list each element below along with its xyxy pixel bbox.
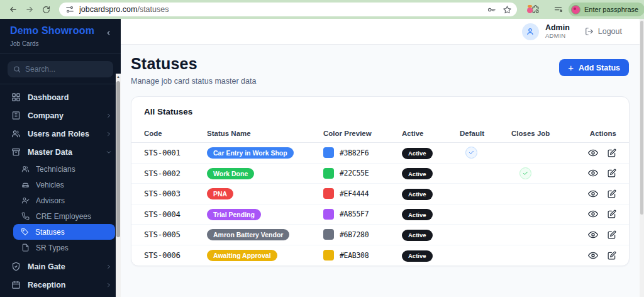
active-badge: Active	[402, 250, 433, 262]
active-badge: Active	[402, 189, 433, 200]
top-header: Admin ADMIN Logout	[121, 19, 640, 45]
column-header-code: Code	[144, 130, 207, 137]
sidebar-item-technicians[interactable]: Technicians	[0, 161, 121, 177]
main-content: Statuses Manage job card status master d…	[121, 45, 640, 297]
sidebar-item-cre-employees[interactable]: CRE Employees	[0, 208, 121, 224]
chevron-right-icon	[106, 264, 112, 270]
search-input[interactable]	[25, 65, 108, 74]
users-icon	[11, 129, 21, 138]
sidebar-item-operations-shop-floor[interactable]: Operations / Shop Floor	[0, 294, 121, 297]
sidebar-item-vehicles[interactable]: Vehicles	[0, 177, 121, 193]
page-title: Statuses	[131, 55, 630, 73]
status-code: STS-0005	[144, 230, 207, 239]
table-row: STS-0002 Work Done #22C55E Active	[131, 164, 629, 184]
active-badge: Active	[402, 148, 433, 159]
nav-label: Main Gate	[28, 262, 106, 271]
sidebar-search[interactable]	[8, 61, 113, 77]
edit-icon	[608, 251, 616, 260]
sidebar-item-master-data[interactable]: Master Data	[0, 143, 121, 161]
eye-icon	[588, 148, 598, 158]
color-hex: #6B7280	[340, 230, 369, 239]
scrollbar-up-arrow[interactable]: ▲	[116, 75, 121, 79]
edit-icon	[608, 230, 616, 239]
view-button[interactable]	[588, 189, 598, 199]
view-button[interactable]	[588, 230, 598, 240]
edit-button[interactable]	[608, 169, 616, 177]
closes-job-check-icon	[519, 167, 531, 179]
scrollbar-thumb[interactable]	[640, 21, 643, 215]
view-button[interactable]	[588, 250, 598, 261]
column-header-closes-job: Closes Job	[511, 130, 578, 137]
edit-button[interactable]	[608, 189, 616, 198]
user-role: ADMIN	[545, 33, 570, 39]
edit-button[interactable]	[608, 230, 616, 239]
sidebar-item-dashboard[interactable]: Dashboard	[0, 88, 121, 106]
browser-reload-button[interactable]	[38, 3, 54, 16]
page-scrollbar[interactable]	[640, 19, 644, 297]
sidebar-item-statuses[interactable]: Statuses	[13, 224, 115, 240]
sidebar-collapse-icon[interactable]	[105, 28, 112, 39]
color-swatch	[323, 209, 334, 220]
divider	[0, 53, 121, 54]
sidebar-item-advisors[interactable]: Advisors	[0, 193, 121, 208]
enter-passphrase-button[interactable]: Enter passphrase	[569, 3, 644, 16]
page-subtitle: Manage job card status master data	[131, 77, 630, 86]
sidebar-nav: Dashboard Company Users and Roles Master…	[0, 84, 121, 297]
column-header-color-preview: Color Preview	[323, 130, 402, 137]
color-hex: #A855F7	[340, 210, 369, 218]
sidebar-item-main-gate[interactable]: Main Gate	[0, 257, 121, 276]
table-row: STS-0005 Amron Battery Vendor #6B7280 Ac…	[131, 225, 629, 245]
sidebar-item-sr-types[interactable]: SR Types	[0, 240, 121, 255]
app-window: jobcardspro.com/statuses Enter passphras…	[0, 0, 644, 297]
sidebar-item-users-and-roles[interactable]: Users and Roles	[0, 125, 121, 143]
nav-label: SR Types	[36, 244, 112, 252]
sidebar-item-company[interactable]: Company	[0, 106, 121, 125]
add-status-button[interactable]: + Add Status	[559, 59, 629, 76]
logout-label: Logout	[598, 27, 622, 36]
view-button[interactable]	[588, 168, 598, 178]
sidebar-item-reception[interactable]: Reception	[0, 276, 121, 294]
table-row: STS-0006 Awaiting Approval #EAB308 Activ…	[131, 245, 629, 266]
sidebar-scrollbar[interactable]: ▲	[116, 74, 121, 297]
scrollbar-thumb[interactable]	[116, 81, 120, 237]
archive-box-icon	[11, 147, 21, 157]
status-code: STS-0006	[144, 250, 207, 260]
view-button[interactable]	[588, 148, 598, 158]
view-button[interactable]	[588, 209, 598, 219]
edit-button[interactable]	[608, 251, 616, 260]
shield-icon	[11, 262, 21, 271]
document-icon	[21, 244, 30, 252]
reading-list-icon[interactable]	[550, 3, 566, 16]
nav-label: Vehicles	[36, 181, 112, 189]
edit-icon	[608, 148, 616, 157]
user-avatar[interactable]	[522, 23, 539, 40]
edit-button[interactable]	[608, 210, 616, 218]
edit-icon	[608, 189, 616, 198]
sync-error-icon	[571, 5, 580, 14]
address-bar[interactable]: jobcardspro.com/statuses	[59, 3, 517, 16]
color-swatch	[323, 229, 334, 240]
browser-back-button[interactable]	[5, 3, 21, 16]
nav-label: Company	[28, 111, 106, 120]
calendar-icon	[11, 280, 21, 289]
search-icon	[13, 65, 21, 73]
nav-label: CRE Employees	[36, 212, 112, 221]
browser-toolbar: jobcardspro.com/statuses Enter passphras…	[0, 0, 644, 19]
saved-passwords-key-icon[interactable]	[487, 5, 496, 14]
edit-button[interactable]	[608, 148, 616, 157]
active-badge: Active	[402, 230, 433, 241]
site-info-icon[interactable]	[65, 5, 74, 14]
table-row: STS-0003 PNA #EF4444 Active	[131, 184, 629, 205]
eye-icon	[588, 250, 598, 261]
eye-icon	[588, 209, 598, 219]
user-check-icon	[21, 196, 30, 205]
active-badge: Active	[402, 168, 433, 179]
sidebar: Demo Showroom Job Cards Dashboard Compan…	[0, 19, 121, 297]
all-statuses-card: All Statuses Code Status Name Color Prev…	[131, 96, 630, 266]
nav-label: Statuses	[35, 228, 110, 237]
status-code: STS-0002	[144, 169, 207, 178]
table-row: STS-0004 Trial Pending #A855F7 Active	[131, 205, 629, 225]
bookmark-star-icon[interactable]	[502, 5, 512, 14]
logout-button[interactable]: Logout	[585, 27, 622, 36]
browser-forward-button[interactable]	[21, 3, 38, 16]
